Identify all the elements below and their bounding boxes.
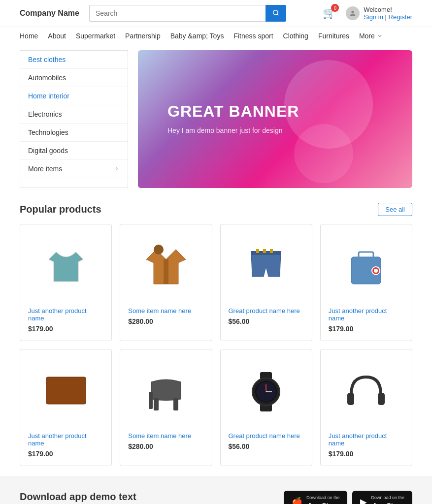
nav-about[interactable]: About (48, 32, 66, 40)
cart-badge: 0 (331, 4, 339, 12)
main-nav: Home About Supermarket Partnership Baby … (0, 27, 432, 45)
sidebar-item-technologies[interactable]: Technologies (20, 124, 128, 142)
product-name: Just another product name (329, 432, 404, 447)
product-price: $280.00 (128, 317, 203, 325)
product-card[interactable]: Great product name here $56.00 (220, 224, 312, 341)
products-section: Popular products See all Just another pr… (0, 193, 432, 476)
svg-point-0 (273, 10, 278, 14)
avatar (346, 6, 360, 20)
svg-rect-15 (173, 398, 178, 410)
svg-rect-6 (256, 249, 259, 253)
register-link[interactable]: Register (389, 13, 412, 21)
appstore-main: App Store (306, 501, 340, 504)
banner-title: GREAT BANNER (167, 102, 299, 121)
banner: GREAT BANNER Hey I am demo banner just f… (138, 50, 412, 188)
svg-line-1 (277, 14, 279, 15)
apple-icon: 🍎 (292, 496, 302, 504)
product-price: $179.00 (28, 450, 103, 458)
product-name: Great product name here (229, 432, 304, 440)
sidebar-item-automobiles[interactable]: Automobiles (20, 69, 128, 87)
product-image (128, 232, 203, 301)
sidebar: Best clothes Automobiles Home interior E… (20, 50, 128, 188)
banner-text: GREAT BANNER Hey I am demo banner just f… (167, 102, 299, 136)
logo: Company Name (20, 9, 79, 18)
svg-rect-24 (347, 393, 354, 405)
nav-partnership[interactable]: Partnership (125, 32, 161, 40)
product-name: Great product name here (229, 307, 304, 315)
welcome-text: Welcome! Sign in | Register (364, 6, 412, 21)
nav-more[interactable]: More (359, 32, 383, 40)
see-all-button[interactable]: See all (378, 203, 412, 216)
products-header: Popular products See all (20, 203, 412, 216)
svg-rect-7 (263, 249, 266, 253)
product-card[interactable]: Just another product name $179.00 (20, 349, 112, 466)
product-card[interactable]: Some item name here $280.00 (120, 224, 212, 341)
sign-in-link[interactable]: Sign in (364, 13, 383, 21)
product-name: Some item name here (128, 307, 203, 315)
product-card[interactable]: Great product name here $56.00 (220, 349, 312, 466)
product-image (28, 232, 103, 301)
google-icon: ▶ (360, 496, 367, 504)
product-price: $56.00 (229, 442, 304, 450)
product-card[interactable]: Just another product name $179.00 (320, 224, 412, 341)
user-section[interactable]: Welcome! Sign in | Register (346, 6, 412, 21)
product-name: Some item name here (128, 432, 203, 440)
product-name: Just another product name (329, 307, 404, 322)
svg-rect-3 (164, 259, 168, 284)
product-image (28, 357, 103, 426)
download-section: Download app demo text Get an amazing ap… (0, 476, 432, 504)
sidebar-item-digital-goods[interactable]: Digital goods (20, 142, 128, 160)
search-button[interactable] (266, 5, 286, 22)
product-image (128, 357, 203, 426)
product-image (329, 357, 404, 426)
nav-fitness[interactable]: Fitness sport (233, 32, 273, 40)
googleplay-main: App Store (371, 501, 404, 504)
svg-point-12 (374, 269, 378, 273)
product-card[interactable]: Just another product name $179.00 (20, 224, 112, 341)
appstore-sub: Download on the (306, 495, 340, 501)
download-title: Download app demo text (20, 491, 142, 503)
products-grid: Just another product name $179.00 Some i… (20, 224, 412, 466)
download-text: Download app demo text Get an amazing ap… (20, 491, 142, 504)
svg-rect-13 (46, 377, 86, 404)
search-bar (89, 5, 286, 22)
svg-rect-8 (270, 249, 273, 253)
nav-home[interactable]: Home (20, 32, 38, 40)
app-buttons: 🍎 Download on the App Store ▶ Download o… (284, 491, 412, 504)
nav-clothing[interactable]: Clothing (283, 32, 308, 40)
nav-baby-toys[interactable]: Baby &amp; Toys (170, 32, 224, 40)
product-price: $179.00 (329, 325, 404, 333)
svg-rect-16 (149, 392, 153, 409)
header-right: 🛒 0 Welcome! Sign in | Register (323, 6, 412, 21)
product-name: Just another product name (28, 432, 103, 447)
product-name: Just another product name (28, 307, 103, 322)
main-content: Best clothes Automobiles Home interior E… (0, 45, 432, 193)
sidebar-item-home-interior[interactable]: Home interior (20, 87, 128, 105)
svg-rect-25 (378, 393, 385, 405)
sidebar-item-electronics[interactable]: Electronics (20, 105, 128, 124)
nav-furnitures[interactable]: Furnitures (318, 32, 349, 40)
cart-button[interactable]: 🛒 0 (323, 7, 336, 20)
banner-decoration-2 (294, 124, 353, 183)
banner-subtitle: Hey I am demo banner just for design (167, 126, 299, 136)
product-price: $280.00 (128, 442, 203, 450)
product-card[interactable]: Some item name here $280.00 (120, 349, 212, 466)
header: Company Name 🛒 0 Welcome! Sign in | Regi… (0, 0, 432, 27)
svg-point-4 (154, 245, 164, 254)
product-image (329, 232, 404, 301)
nav-supermarket[interactable]: Supermarket (76, 32, 115, 40)
product-price: $56.00 (229, 317, 304, 325)
svg-rect-14 (154, 398, 159, 410)
sidebar-item-best-clothes[interactable]: Best clothes (20, 51, 128, 69)
product-card[interactable]: Just another product name $179.00 (320, 349, 412, 466)
product-image (229, 357, 304, 426)
googleplay-button[interactable]: ▶ Download on the App Store (352, 491, 412, 504)
sidebar-item-more-items[interactable]: More items (20, 160, 128, 178)
appstore-button[interactable]: 🍎 Download on the App Store (284, 491, 348, 504)
googleplay-sub: Download on the (371, 495, 404, 501)
products-title: Popular products (20, 204, 101, 215)
product-image (229, 232, 304, 301)
search-input[interactable] (89, 5, 266, 22)
product-price: $179.00 (329, 450, 404, 458)
product-price: $179.00 (28, 325, 103, 333)
